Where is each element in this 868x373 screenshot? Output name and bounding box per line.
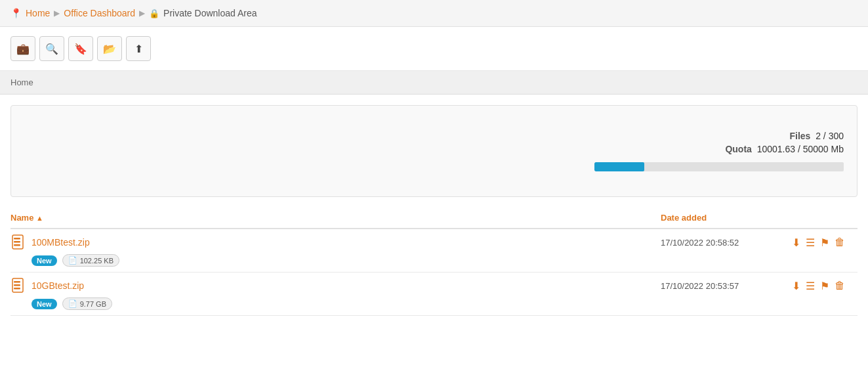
toolbar: 💼 🔍 🔖 📂 ⬆ bbox=[0, 27, 868, 71]
location-path: Home bbox=[10, 77, 33, 87]
folder-open-icon: 📂 bbox=[103, 43, 116, 55]
breadcrumb: 📍 Home ▶ Office Dashboard ▶ 🔒 Private Do… bbox=[0, 0, 868, 27]
svg-rect-3 bbox=[14, 244, 20, 246]
breadcrumb-sep2: ▶ bbox=[139, 9, 145, 18]
file-rows: 100MBtest.zip 17/10/2022 20:58:52 ⬇ ☰ ⚑ … bbox=[10, 229, 858, 316]
files-info: Files 2 / 300 bbox=[789, 131, 844, 141]
svg-rect-6 bbox=[14, 284, 20, 286]
breadcrumb-home[interactable]: Home bbox=[26, 8, 50, 18]
file-list-header: Name ▲ Date added bbox=[10, 208, 858, 229]
zip-file-icon bbox=[10, 278, 26, 294]
folder-open-button[interactable]: 📂 bbox=[97, 36, 122, 61]
table-row: 10GBtest.zip 17/10/2022 20:53:57 ⬇ ☰ ⚑ 🗑… bbox=[10, 273, 858, 316]
location-bar: Home bbox=[0, 71, 868, 95]
file-name-col: 100MBtest.zip bbox=[10, 234, 661, 250]
badge-new: New bbox=[31, 299, 57, 309]
private-icon: 🔒 bbox=[149, 9, 159, 18]
file-date: 17/10/2022 20:53:57 bbox=[661, 281, 792, 291]
upload-icon: ⬆ bbox=[134, 43, 143, 55]
bookmark-action-icon[interactable]: ⚑ bbox=[820, 280, 829, 292]
svg-rect-7 bbox=[14, 288, 20, 290]
table-row: 100MBtest.zip 17/10/2022 20:58:52 ⬇ ☰ ⚑ … bbox=[10, 229, 858, 273]
download-icon[interactable]: ⬇ bbox=[792, 280, 800, 292]
details-icon[interactable]: ☰ bbox=[806, 280, 815, 292]
badge-size: 📄 102.25 KB bbox=[62, 254, 119, 267]
quota-bar-container bbox=[594, 162, 844, 171]
badge-new: New bbox=[31, 255, 57, 266]
files-label: Files bbox=[789, 131, 810, 141]
size-icon: 📄 bbox=[68, 299, 77, 308]
search-icon: 🔍 bbox=[45, 43, 58, 55]
size-icon: 📄 bbox=[68, 256, 77, 265]
info-panel: Files 2 / 300 Quota 10001.63 / 50000 Mb bbox=[10, 105, 858, 197]
col-date-label: Date added bbox=[661, 213, 707, 223]
files-value: 2 / 300 bbox=[816, 131, 844, 141]
briefcase-icon: 💼 bbox=[16, 43, 30, 55]
file-list: Name ▲ Date added 100MBtest.zip 1 bbox=[10, 208, 858, 316]
details-icon[interactable]: ☰ bbox=[806, 236, 815, 249]
file-link[interactable]: 10GBtest.zip bbox=[31, 280, 84, 291]
bookmark-button[interactable]: 🔖 bbox=[68, 36, 93, 61]
zip-file-icon bbox=[10, 234, 26, 250]
breadcrumb-current: Private Download Area bbox=[163, 8, 257, 18]
file-name-col: 10GBtest.zip bbox=[10, 278, 661, 294]
file-actions: ⬇ ☰ ⚑ 🗑 bbox=[792, 280, 858, 292]
home-icon: 📍 bbox=[10, 8, 22, 18]
briefcase-button[interactable]: 💼 bbox=[10, 36, 35, 61]
badge-size: 📄 9.77 GB bbox=[62, 297, 112, 310]
quota-label: Quota bbox=[725, 144, 751, 154]
col-name-header[interactable]: Name ▲ bbox=[10, 213, 661, 223]
file-link[interactable]: 100MBtest.zip bbox=[31, 237, 90, 248]
upload-button[interactable]: ⬆ bbox=[126, 36, 151, 61]
quota-value: 10001.63 / 50000 Mb bbox=[757, 144, 844, 154]
file-actions: ⬇ ☰ ⚑ 🗑 bbox=[792, 236, 858, 249]
sort-arrow-icon: ▲ bbox=[36, 214, 43, 222]
svg-rect-1 bbox=[14, 238, 20, 240]
bookmark-icon: 🔖 bbox=[74, 43, 87, 55]
breadcrumb-office[interactable]: Office Dashboard bbox=[64, 8, 135, 18]
quota-info: Quota 10001.63 / 50000 Mb bbox=[725, 144, 844, 154]
breadcrumb-sep1: ▶ bbox=[54, 9, 60, 18]
col-name-label: Name bbox=[10, 213, 33, 223]
svg-rect-5 bbox=[14, 281, 20, 283]
delete-icon[interactable]: 🗑 bbox=[835, 280, 845, 292]
quota-bar-fill bbox=[594, 162, 644, 171]
delete-icon[interactable]: 🗑 bbox=[835, 236, 845, 248]
col-date-header[interactable]: Date added bbox=[661, 213, 792, 223]
search-button[interactable]: 🔍 bbox=[39, 36, 64, 61]
file-date: 17/10/2022 20:58:52 bbox=[661, 238, 792, 248]
bookmark-action-icon[interactable]: ⚑ bbox=[820, 236, 829, 249]
download-icon[interactable]: ⬇ bbox=[792, 236, 800, 249]
svg-rect-2 bbox=[14, 241, 20, 243]
